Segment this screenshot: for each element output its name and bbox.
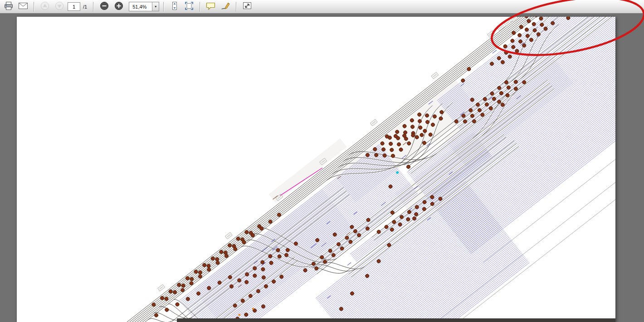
sign-pen-icon	[220, 1, 230, 12]
corridor-group	[17, 17, 615, 322]
email-button[interactable]	[17, 1, 29, 13]
toolbar-separator	[34, 2, 34, 12]
chevron-down-icon: ▼	[154, 5, 157, 8]
print-icon	[4, 1, 14, 12]
pdf-toolbar: /1 51,4% ▼	[0, 0, 644, 14]
document-page[interactable]	[17, 17, 615, 322]
sign-button[interactable]	[219, 1, 232, 13]
print-button[interactable]	[2, 1, 15, 13]
document-viewport	[0, 14, 644, 322]
zoom-level-value[interactable]: 51,4%	[129, 2, 152, 11]
email-icon	[19, 3, 28, 10]
railway-schematic-drawing	[17, 17, 615, 322]
comment-bubble-icon	[206, 1, 216, 12]
toolbar-separator	[236, 2, 237, 12]
comment-button[interactable]	[205, 1, 217, 13]
scroll-mode-button[interactable]	[168, 1, 181, 13]
page-down-icon	[55, 1, 64, 12]
page-number-input[interactable]	[68, 2, 80, 11]
zoom-in-icon	[114, 1, 123, 12]
zoom-out-icon	[100, 1, 109, 12]
toolbar-separator	[93, 2, 94, 12]
zoom-level-combo: 51,4% ▼	[129, 2, 159, 11]
toolbar-separator	[200, 2, 200, 12]
scroll-mode-icon	[170, 1, 179, 12]
zoom-dropdown-button[interactable]: ▼	[152, 2, 159, 11]
cyan-marker-dot	[395, 171, 399, 174]
fullscreen-icon	[242, 1, 252, 12]
next-page-button[interactable]	[53, 1, 66, 13]
zoom-out-button[interactable]	[98, 1, 111, 13]
zoom-in-button[interactable]	[112, 1, 125, 13]
dense-bottom-strip	[177, 318, 615, 322]
previous-page-button[interactable]	[39, 1, 51, 13]
toolbar-separator	[163, 2, 164, 12]
page-up-icon	[40, 1, 49, 12]
fullscreen-button[interactable]	[241, 1, 254, 13]
page-count-label: /1	[83, 4, 87, 10]
fit-page-icon	[185, 1, 194, 12]
fit-page-button[interactable]	[183, 1, 195, 13]
